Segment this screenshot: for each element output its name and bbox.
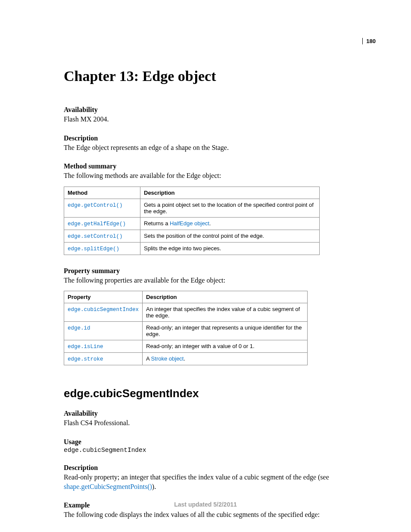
page-number-text: 180: [366, 38, 376, 44]
description-label: Description: [64, 464, 369, 472]
desc-text: ).: [152, 483, 156, 490]
method-link[interactable]: edge.setControl(): [68, 233, 123, 240]
method-cell: edge.getControl(): [64, 199, 140, 217]
desc-text: An integer that specifies the index valu…: [146, 306, 300, 319]
desc-text: Sets the position of the control point o…: [144, 233, 264, 239]
table-header-row: Property Description: [64, 291, 308, 303]
desc-text: Read-only; an integer with a value of 0 …: [146, 343, 254, 349]
property-link[interactable]: edge.id: [68, 325, 90, 331]
section-heading: edge.cubicSegmentIndex: [64, 387, 369, 400]
property-desc-cell: A Stroke object.: [143, 353, 308, 365]
method-header: Method: [64, 187, 140, 199]
method-cell: edge.getHalfEdge(): [64, 217, 140, 230]
property-summary-label: Property summary: [64, 267, 369, 275]
method-summary-text: The following methods are available for …: [64, 171, 369, 180]
desc-link[interactable]: HalfEdge object: [170, 220, 209, 227]
desc-text: Read-only property; an integer that spec…: [64, 473, 329, 481]
table-row: edge.stroke A Stroke object.: [64, 353, 308, 365]
document-page: 180 Chapter 13: Edge object Availability…: [0, 0, 411, 532]
page-number: 180: [362, 38, 376, 44]
property-cell: edge.id: [64, 322, 143, 340]
property-desc-cell: Read-only; an integer that represents a …: [143, 322, 308, 340]
description-header: Description: [143, 291, 308, 303]
desc-text: Returns a: [144, 220, 170, 227]
method-summary-label: Method summary: [64, 162, 369, 170]
method-link[interactable]: edge.getControl(): [68, 202, 123, 208]
methods-table: Method Description edge.getControl() Get…: [64, 187, 320, 255]
method-link[interactable]: edge.getHalfEdge(): [68, 221, 126, 227]
properties-table: Property Description edge.cubicSegmentIn…: [64, 291, 308, 365]
description-label: Description: [64, 134, 369, 142]
table-row: edge.splitEdge() Splits the edge into tw…: [64, 242, 320, 255]
table-row: edge.getHalfEdge() Returns a HalfEdge ob…: [64, 217, 320, 230]
desc-link[interactable]: shape.getCubicSegmentPoints(): [64, 483, 152, 490]
availability-text: Flash CS4 Professional.: [64, 418, 369, 428]
property-desc-cell: An integer that specifies the index valu…: [143, 303, 308, 322]
method-desc-cell: Returns a HalfEdge object.: [140, 217, 320, 230]
footer: Last updated 5/2/2011: [0, 501, 411, 508]
property-link[interactable]: edge.stroke: [68, 356, 103, 362]
method-desc-cell: Sets the position of the control point o…: [140, 230, 320, 242]
table-header-row: Method Description: [64, 187, 320, 199]
property-link[interactable]: edge.cubicSegmentIndex: [68, 307, 139, 313]
chapter-title: Chapter 13: Edge object: [64, 68, 369, 84]
desc-text: A: [146, 355, 151, 362]
desc-text: Gets a point object set to the location …: [144, 202, 314, 215]
desc-link[interactable]: Stroke object: [151, 355, 184, 362]
table-row: edge.isLine Read-only; an integer with a…: [64, 340, 308, 353]
table-row: edge.cubicSegmentIndex An integer that s…: [64, 303, 308, 322]
description-text: The Edge object represents an edge of a …: [64, 143, 369, 152]
desc-text: Read-only; an integer that represents a …: [146, 324, 302, 337]
table-row: edge.setControl() Sets the position of t…: [64, 230, 320, 242]
property-cell: edge.cubicSegmentIndex: [64, 303, 143, 322]
availability-label: Availability: [64, 106, 369, 114]
description-text: Read-only property; an integer that spec…: [64, 473, 369, 491]
property-summary-text: The following properties are available f…: [64, 276, 369, 285]
usage-code: edge.cubicSegmentIndex: [64, 447, 369, 454]
desc-text: .: [209, 220, 211, 227]
property-cell: edge.isLine: [64, 340, 143, 353]
availability-label: Availability: [64, 410, 369, 417]
method-desc-cell: Splits the edge into two pieces.: [140, 242, 320, 255]
property-desc-cell: Read-only; an integer with a value of 0 …: [143, 340, 308, 353]
method-cell: edge.splitEdge(): [64, 242, 140, 255]
desc-text: Splits the edge into two pieces.: [144, 245, 221, 252]
table-row: edge.getControl() Gets a point object se…: [64, 199, 320, 217]
method-cell: edge.setControl(): [64, 230, 140, 242]
availability-text: Flash MX 2004.: [64, 115, 369, 124]
description-header: Description: [140, 187, 320, 199]
desc-text: .: [184, 355, 185, 362]
property-header: Property: [64, 291, 143, 303]
property-link[interactable]: edge.isLine: [68, 344, 103, 350]
method-link[interactable]: edge.splitEdge(): [68, 246, 119, 252]
table-row: edge.id Read-only; an integer that repre…: [64, 322, 308, 340]
property-cell: edge.stroke: [64, 353, 143, 365]
usage-label: Usage: [64, 438, 369, 446]
example-text: The following code displays the index va…: [64, 510, 369, 520]
method-desc-cell: Gets a point object set to the location …: [140, 199, 320, 217]
